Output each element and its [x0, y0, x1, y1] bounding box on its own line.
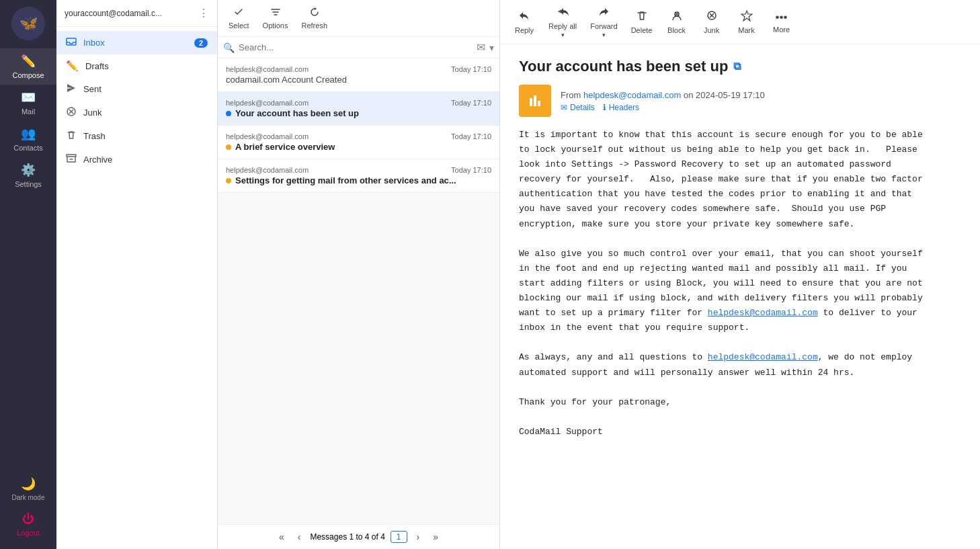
block-label: Block	[667, 26, 686, 34]
reply-icon	[518, 9, 530, 25]
email-view: Reply Reply all Forward Delete Block	[500, 0, 980, 549]
more-icon: •••	[776, 11, 788, 24]
sort-icon[interactable]: ▾	[489, 42, 494, 53]
last-page-button[interactable]: »	[429, 530, 442, 544]
svg-rect-2	[67, 155, 76, 157]
mail-icon: ✉️	[21, 90, 36, 105]
helpdesk-link-2[interactable]: helpdesk@codamail.com	[708, 352, 818, 362]
inbox-label: Inbox	[83, 38, 105, 48]
pagination-bar: « ‹ Messages 1 to 4 of 4 1 › »	[218, 524, 499, 549]
contacts-icon: 👥	[21, 126, 36, 141]
unread-dot	[226, 144, 231, 150]
details-link[interactable]: ✉ Details	[561, 103, 595, 112]
search-input[interactable]	[239, 42, 473, 52]
delete-label: Delete	[631, 26, 653, 34]
delete-button[interactable]: Delete	[626, 7, 658, 37]
nav-panel: youraccount@codamail.c... ⋮ Inbox 2 ✏️ D…	[56, 0, 218, 549]
msg-from-4: helpdesk@codamail.com	[226, 166, 309, 174]
forward-icon	[598, 5, 610, 21]
message-list-panel: Select Options Refresh 🔍 ✉ ▾ helpdesk@co…	[218, 0, 500, 549]
current-page: 1	[391, 531, 407, 543]
reply-label: Reply	[515, 26, 534, 34]
logout-button[interactable]: ⏻ Logout	[0, 507, 56, 542]
junk-label: Junk	[704, 26, 719, 34]
logout-icon: ⏻	[22, 512, 34, 526]
email-body: It is important to know that this accoun…	[519, 128, 961, 439]
select-icon	[233, 7, 244, 20]
forward-button[interactable]: Forward	[585, 3, 622, 41]
junk-label: Junk	[83, 108, 101, 118]
compose-icon: ✏️	[21, 54, 36, 69]
message-item[interactable]: helpdesk@codamail.com Today 17:10 Your a…	[218, 92, 499, 126]
svg-rect-9	[538, 101, 540, 106]
svg-rect-8	[534, 95, 536, 106]
next-page-button[interactable]: ›	[413, 530, 424, 544]
drafts-icon: ✏️	[66, 60, 79, 72]
helpdesk-link-1[interactable]: helpdesk@codamail.com	[708, 308, 818, 318]
trash-label: Trash	[83, 131, 106, 141]
inbox-icon	[66, 36, 77, 49]
reply-button[interactable]: Reply	[508, 7, 540, 37]
msg-date-2: Today 17:10	[451, 99, 491, 107]
dark-mode-toggle[interactable]: 🌙 Dark mode	[0, 471, 56, 507]
settings-icon: ⚙️	[21, 163, 36, 177]
nav-trash[interactable]: Trash	[56, 124, 217, 148]
dark-mode-label: Dark mode	[12, 494, 45, 501]
msg-subject-2: Your account has been set up	[226, 108, 491, 118]
message-item[interactable]: helpdesk@codamail.com Today 17:10 A brie…	[218, 126, 499, 159]
junk-icon	[66, 106, 77, 119]
sender-email-link[interactable]: helpdesk@codamail.com	[583, 90, 681, 100]
trash-icon	[66, 130, 77, 142]
email-title: Your account has been set up ⧉	[519, 58, 961, 75]
message-list-toolbar: Select Options Refresh	[218, 0, 499, 37]
nav-list: Inbox 2 ✏️ Drafts Sent Junk Trash	[56, 27, 217, 549]
refresh-button[interactable]: Refresh	[296, 4, 333, 32]
nav-junk[interactable]: Junk	[56, 101, 217, 124]
account-name: youraccount@codamail.c...	[65, 9, 162, 18]
msg-subject-3: A brief service overview	[226, 142, 491, 152]
options-icon	[270, 7, 281, 20]
nav-inbox[interactable]: Inbox 2	[56, 31, 217, 54]
options-label: Options	[263, 22, 288, 30]
reply-all-button[interactable]: Reply all	[543, 3, 582, 41]
filter-icon[interactable]: ✉	[477, 41, 485, 54]
inbox-badge: 2	[194, 38, 208, 48]
nav-sent[interactable]: Sent	[56, 77, 217, 101]
prev-page-button[interactable]: ‹	[294, 530, 305, 544]
delete-icon	[636, 9, 648, 25]
junk-button[interactable]: Junk	[696, 7, 728, 37]
avatar	[519, 85, 551, 117]
logo: 🦋	[11, 7, 45, 40]
info-icon: ℹ	[603, 103, 606, 112]
headers-link[interactable]: ℹ Headers	[603, 103, 639, 112]
msg-from-2: helpdesk@codamail.com	[226, 99, 309, 107]
options-button[interactable]: Options	[257, 4, 294, 32]
sidebar-item-compose[interactable]: ✏️ Compose	[0, 48, 56, 85]
nav-drafts[interactable]: ✏️ Drafts	[56, 54, 217, 77]
account-menu-button[interactable]: ⋮	[198, 7, 209, 19]
more-label: More	[773, 26, 790, 34]
refresh-label: Refresh	[302, 22, 328, 30]
mark-button[interactable]: Mark	[731, 7, 763, 37]
sent-icon	[66, 83, 77, 95]
select-button[interactable]: Select	[223, 4, 255, 32]
email-toolbar: Reply Reply all Forward Delete Block	[500, 0, 980, 44]
first-page-button[interactable]: «	[275, 530, 288, 544]
sidebar-item-contacts[interactable]: 👥 Contacts	[0, 121, 56, 157]
msg-date-4: Today 17:10	[451, 166, 491, 174]
svg-marker-5	[741, 11, 752, 21]
message-item[interactable]: helpdesk@codamail.com Today 17:10 Settin…	[218, 159, 499, 193]
msg-date-1: Today 17:10	[451, 65, 491, 73]
sidebar-item-mail[interactable]: ✉️ Mail	[0, 85, 56, 121]
nav-archive[interactable]: Archive	[56, 148, 217, 171]
account-bar: youraccount@codamail.c... ⋮	[56, 0, 217, 27]
unread-dot	[226, 178, 231, 183]
external-link-icon[interactable]: ⧉	[733, 60, 741, 73]
reply-all-icon	[557, 5, 569, 21]
msg-subject-1: codamail.com Account Created	[226, 75, 491, 85]
more-button[interactable]: ••• More	[766, 8, 798, 36]
block-button[interactable]: Block	[661, 7, 693, 37]
sidebar-item-settings[interactable]: ⚙️ Settings	[0, 157, 56, 194]
sidebar: 🦋 ✏️ Compose ✉️ Mail 👥 Contacts ⚙️ Setti…	[0, 0, 56, 549]
message-item[interactable]: helpdesk@codamail.com Today 17:10 codama…	[218, 58, 499, 92]
